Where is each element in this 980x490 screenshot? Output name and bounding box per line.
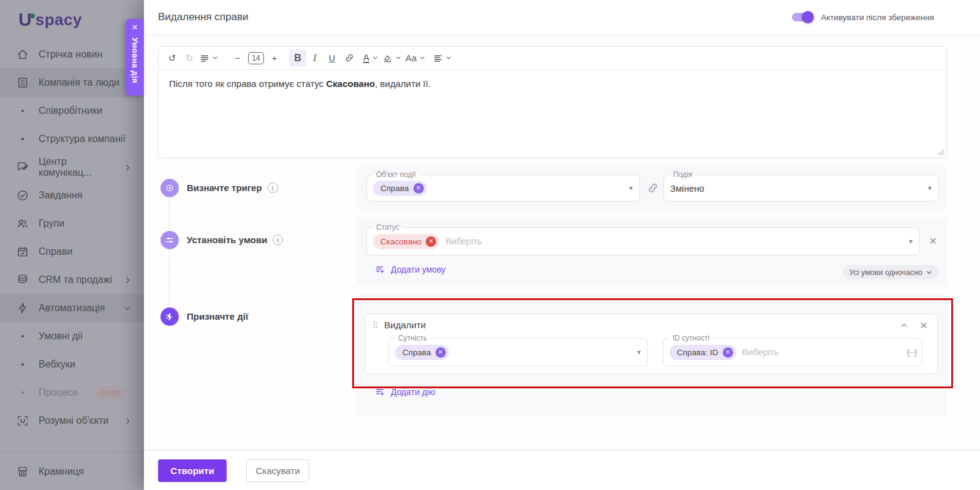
playlist-add-icon [375,386,385,397]
link-icon[interactable] [341,50,358,67]
remove-condition-icon[interactable]: × [929,235,937,247]
drag-handle-icon[interactable]: ⠿ [372,320,378,330]
sidebar-item-smart-objects[interactable]: Розумні об'єкти [0,407,144,435]
sidebar-item-employees[interactable]: Співробітники [0,97,144,125]
status-field[interactable]: Статус Скасовано× Виберіть ▾ [366,227,920,255]
collapse-icon[interactable] [900,321,908,330]
toggle-knob [802,11,814,23]
decrease-font-icon[interactable]: − [229,50,246,67]
redo-icon[interactable]: ↻ [181,50,198,67]
bold-button[interactable]: B [289,50,306,67]
page-title: Видалення справи [158,11,248,23]
highlight-color-button[interactable] [380,50,404,67]
entity-id-field[interactable]: ID сутності Справа: ID× Виберіть {···} [663,338,922,366]
chevron-down-icon [445,55,452,61]
description-editor[interactable]: ↺ ↻ − 14 + B I U A Aa Після того як спра… [158,46,947,158]
cancel-button[interactable]: Скасувати [246,459,309,482]
dropdown-arrow-icon[interactable]: ▾ [909,237,913,246]
resize-handle-icon[interactable] [938,149,944,156]
chevron-down-icon [925,269,933,276]
sidebar-item-store[interactable]: Крамниця [0,452,144,490]
sidebar-item-communication-center[interactable]: Центр комунікац... [0,153,144,181]
app-logo[interactable]: Uspacy [0,0,144,39]
info-icon[interactable]: i [273,235,283,245]
sidebar-item-label: Співробітники [39,105,102,116]
sidebar-item-label: Завдання [39,190,82,201]
info-icon[interactable]: i [268,183,278,193]
sidebar-item-label: Стрічка новин [39,49,102,60]
conditional-action-drawer-tab[interactable]: × Умовна дія [126,19,144,96]
text-style-button[interactable]: Aa [404,50,428,67]
dropdown-arrow-icon[interactable]: ▾ [629,184,633,192]
home-icon [16,48,29,61]
drawer-footer: Створити Скасувати [144,450,980,490]
actions-card: ⠿ Видалити × Сутність Справа× ▾ [356,294,947,417]
chevron-down-icon [124,304,132,312]
entity-id-chip: Справа: ID× [669,345,736,360]
remove-action-icon[interactable]: × [920,320,927,330]
event-field[interactable]: Подія Змінено ▾ [663,175,939,202]
chevron-down-icon [419,55,426,61]
dropdown-arrow-icon[interactable]: ▾ [928,184,932,192]
chip-remove-icon[interactable]: × [435,347,446,358]
field-placeholder: Виберіть [445,236,481,246]
chevron-right-icon [124,417,132,425]
field-placeholder: Виберіть [742,347,778,357]
sidebar-item-tasks[interactable]: Завдання [0,181,144,209]
sidebar-item-groups[interactable]: Групи [0,209,144,238]
sidebar-item-label: Процеси [39,387,78,398]
bullet-icon [16,391,29,394]
chip-remove-icon[interactable]: × [426,236,436,247]
sidebar-item-newsfeed[interactable]: Стрічка новин [0,40,144,69]
trigger-section: Визначте тригер i Об'єкт події Справа× ▾… [158,165,947,211]
bullet-icon [16,335,29,337]
sidebar-item-conditional-actions[interactable]: Умовні дії [0,322,144,350]
underline-button[interactable]: U [323,50,341,67]
check-circle-icon [16,189,29,202]
conditions-mode-select[interactable]: Усі умови одночасно [843,265,938,279]
field-label: Сутність [395,334,430,342]
sidebar-item-cases[interactable]: Справи [0,238,144,266]
editor-content[interactable]: Після того як справа отримує статус Скас… [159,70,946,97]
sidebar-item-automation[interactable]: Автоматизація [0,294,144,322]
event-value: Змінено [670,183,704,194]
add-action-button[interactable]: Додати дію [375,386,435,397]
sidebar-item-label: Автоматизація [39,303,105,314]
variables-braces-icon[interactable]: {···} [907,348,916,356]
close-icon[interactable]: × [132,22,138,33]
sidebar-item-label: Структура компанії [39,134,126,145]
soon-badge: Скоро [93,386,126,399]
dropdown-arrow-icon[interactable]: ▾ [637,348,641,356]
chip-remove-icon[interactable]: × [723,347,733,358]
calendar-check-icon [16,245,29,258]
database-icon [16,273,29,287]
create-button[interactable]: Створити [158,459,227,482]
sidebar-item-company-people[interactable]: Компанія та люди [0,69,144,97]
add-condition-button[interactable]: Додати умову [375,264,445,274]
sidebar-item-crm[interactable]: CRM та продажі [0,266,144,294]
section-title: Визначте тригер [187,179,262,197]
sidebar-item-company-structure[interactable]: Структура компанії [0,125,144,153]
activate-toggle[interactable] [792,13,813,21]
bullet-icon [16,110,29,112]
link-fields-icon [647,182,659,194]
sidebar-item-webhooks[interactable]: Вебхуки [0,350,144,379]
editor-toolbar: ↺ ↻ − 14 + B I U A Aa [159,47,946,70]
chevron-down-icon [395,55,402,61]
font-size-value[interactable]: 14 [246,50,266,67]
drawer-body: ↺ ↻ − 14 + B I U A Aa Після того як спра… [144,35,980,450]
sidebar-item-label: Компанія та люди [39,77,119,88]
undo-icon[interactable]: ↺ [164,50,181,67]
logo-dot-icon [30,13,35,18]
chip-remove-icon[interactable]: × [413,183,424,194]
event-object-field[interactable]: Об'єкт події Справа× ▾ [366,175,640,202]
increase-font-icon[interactable]: + [266,50,283,67]
sidebar-item-label: Розумні об'єкти [39,415,108,426]
conditions-step-icon [160,231,179,249]
sidebar: Uspacy Стрічка новин Компанія та люди Сп… [0,0,144,490]
line-height-icon[interactable] [198,50,221,67]
align-button[interactable] [431,50,454,67]
font-color-button[interactable]: A [361,50,380,67]
entity-field[interactable]: Сутність Справа× ▾ [388,338,648,366]
italic-button[interactable]: I [306,50,323,67]
